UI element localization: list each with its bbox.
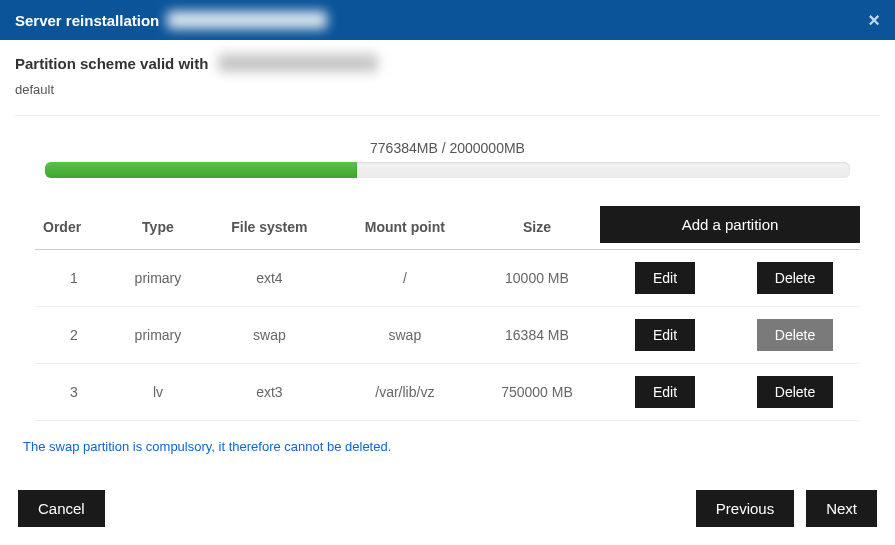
modal-header: Server reinstallation × <box>0 0 895 40</box>
col-order: Order <box>35 206 113 250</box>
edit-button[interactable]: Edit <box>635 319 695 351</box>
redacted-scheme-target <box>218 54 378 72</box>
modal-body: Partition scheme valid with default 7763… <box>0 40 895 454</box>
cell-order: 1 <box>35 250 113 307</box>
cell-fs: ext3 <box>203 364 336 421</box>
cell-mount: swap <box>336 307 474 364</box>
table-header-row: Order Type File system Mount point Size … <box>35 206 860 250</box>
disk-usage-text: 776384MB / 2000000MB <box>45 140 850 156</box>
modal: Server reinstallation × Partition scheme… <box>0 0 895 545</box>
add-partition-button[interactable]: Add a partition <box>600 206 860 243</box>
disk-usage-fill <box>45 162 357 178</box>
delete-button[interactable]: Delete <box>757 376 833 408</box>
cell-edit: Edit <box>600 250 730 307</box>
delete-button[interactable]: Delete <box>757 262 833 294</box>
table-row: 3lvext3/var/lib/vz750000 MBEditDelete <box>35 364 860 421</box>
partition-table-wrap: Order Type File system Mount point Size … <box>35 206 860 421</box>
partition-tbody: 1primaryext4/10000 MBEditDelete2primarys… <box>35 250 860 421</box>
previous-button[interactable]: Previous <box>696 490 794 527</box>
cell-type: primary <box>113 307 203 364</box>
cell-mount: /var/lib/vz <box>336 364 474 421</box>
edit-button[interactable]: Edit <box>635 376 695 408</box>
cell-fs: swap <box>203 307 336 364</box>
cell-type: primary <box>113 250 203 307</box>
modal-title: Server reinstallation <box>15 11 327 29</box>
close-icon[interactable]: × <box>868 10 880 30</box>
redacted-server-name <box>167 11 327 29</box>
disk-usage: 776384MB / 2000000MB <box>15 140 880 178</box>
cancel-button[interactable]: Cancel <box>18 490 105 527</box>
scheme-name: default <box>15 82 880 97</box>
col-size: Size <box>474 206 600 250</box>
cell-size: 10000 MB <box>474 250 600 307</box>
cell-delete: Delete <box>730 364 860 421</box>
col-mountpoint: Mount point <box>336 206 474 250</box>
cell-mount: / <box>336 250 474 307</box>
modal-footer: Cancel Previous Next <box>0 476 895 545</box>
cell-order: 3 <box>35 364 113 421</box>
table-row: 2primaryswapswap16384 MBEditDelete <box>35 307 860 364</box>
divider <box>15 115 880 116</box>
cell-fs: ext4 <box>203 250 336 307</box>
footer-right: Previous Next <box>696 490 877 527</box>
modal-title-text: Server reinstallation <box>15 12 159 29</box>
col-add: Add a partition <box>600 206 860 250</box>
partition-scheme-heading: Partition scheme valid with <box>15 54 880 72</box>
partition-scheme-label: Partition scheme valid with <box>15 55 208 72</box>
edit-button[interactable]: Edit <box>635 262 695 294</box>
cell-size: 16384 MB <box>474 307 600 364</box>
disk-usage-bar <box>45 162 850 178</box>
cell-delete: Delete <box>730 307 860 364</box>
swap-note: The swap partition is compulsory, it the… <box>23 439 872 454</box>
cell-order: 2 <box>35 307 113 364</box>
partition-table: Order Type File system Mount point Size … <box>35 206 860 421</box>
cell-edit: Edit <box>600 364 730 421</box>
next-button[interactable]: Next <box>806 490 877 527</box>
table-row: 1primaryext4/10000 MBEditDelete <box>35 250 860 307</box>
cell-delete: Delete <box>730 250 860 307</box>
cell-edit: Edit <box>600 307 730 364</box>
cell-size: 750000 MB <box>474 364 600 421</box>
cell-type: lv <box>113 364 203 421</box>
col-filesystem: File system <box>203 206 336 250</box>
delete-button: Delete <box>757 319 833 351</box>
col-type: Type <box>113 206 203 250</box>
